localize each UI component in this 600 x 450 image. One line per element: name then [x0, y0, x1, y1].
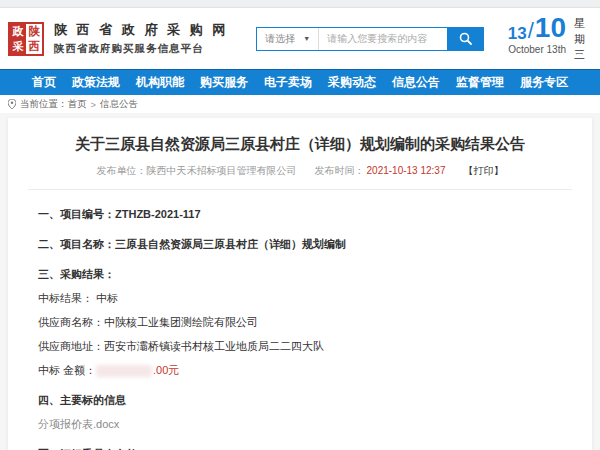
nav-item-policies[interactable]: 政策法规	[72, 74, 120, 91]
top-strip	[0, 0, 600, 8]
project-name-label: 二、项目名称：	[38, 238, 115, 250]
logo-char: 采	[10, 39, 26, 54]
supplier-name-label: 供应商名称：	[38, 316, 104, 328]
date-day: 13	[508, 25, 527, 42]
date-weekday: 星期三	[574, 16, 586, 64]
date-english: October 13th	[508, 44, 566, 55]
publisher-name: 陕西中天禾招标项目管理有限公司	[147, 165, 297, 176]
search-icon	[459, 32, 472, 45]
nav-item-news[interactable]: 采购动态	[328, 74, 376, 91]
supplier-name-value: 中陕核工业集团测绘院有限公司	[104, 316, 258, 328]
project-number-row: 一、项目编号：ZTHZB-2021-117	[38, 207, 562, 222]
publisher-label: 发布单位：	[97, 165, 147, 176]
project-number-value: ZTHZB-2021-117	[115, 208, 201, 220]
nav-item-service-zone[interactable]: 服务专区	[520, 74, 568, 91]
main-nav: 首页 政策法规 机构职能 购买服务 电子卖场 采购动态 信息公告 监督管理 服务…	[0, 69, 600, 95]
date-month: 10	[535, 14, 566, 42]
result-section-heading: 三、采购结果：	[38, 267, 562, 282]
announcement-body: 一、项目编号：ZTHZB-2021-117 二、项目名称：三原县自然资源局三原县…	[28, 207, 572, 450]
search-input[interactable]	[319, 28, 447, 50]
date-separator: /	[528, 20, 534, 42]
attachment-link[interactable]: 分项报价表.docx	[38, 417, 562, 432]
article-meta: 发布单位：陕西中天禾招标项目管理有限公司发布时间：2021-10-13 12:3…	[28, 164, 572, 178]
site-title: 陕 西 省 政 府 采 购 网	[54, 21, 228, 39]
divider	[28, 189, 572, 190]
nav-item-emall[interactable]: 电子卖场	[264, 74, 312, 91]
committee-section-heading: 五、评标委员会名单：	[38, 447, 562, 450]
date-widget: 13 / 10 October 13th 星期三	[508, 14, 590, 64]
bid-amount-row: 中标 金额：.00元	[38, 363, 562, 378]
project-number-label: 一、项目编号：	[38, 208, 115, 220]
redacted-amount	[96, 365, 152, 377]
breadcrumb-prefix: 当前位置：	[20, 98, 68, 111]
search-select-label: 请选择	[265, 32, 295, 46]
bid-amount-label: 中标 金额：	[38, 364, 96, 376]
chevron-down-icon: ▼	[303, 35, 310, 42]
logo-char: 政	[10, 24, 26, 39]
nav-item-announcements[interactable]: 信息公告	[392, 74, 440, 91]
breadcrumb-home[interactable]: 首页	[68, 98, 87, 111]
supplier-address-row: 供应商地址：西安市灞桥镇读书村核工业地质局二二四大队	[38, 339, 562, 354]
project-name-row: 二、项目名称：三原县自然资源局三原县村庄（详细）规划编制	[38, 237, 562, 252]
bid-result-label: 中标结果：	[38, 292, 93, 304]
bid-result-row: 中标结果： 中标	[38, 291, 562, 306]
publish-time: 2021-10-13 12:37	[367, 165, 446, 176]
page-background: 关于三原县自然资源局三原县村庄（详细）规划编制的采购结果公告 发布单位：陕西中天…	[0, 113, 600, 450]
location-pin-icon	[8, 99, 16, 109]
logo-char: 西	[26, 39, 42, 54]
nav-item-services[interactable]: 购买服务	[200, 74, 248, 91]
announcement-card: 关于三原县自然资源局三原县村庄（详细）规划编制的采购结果公告 发布单位：陕西中天…	[8, 118, 592, 450]
site-subtitle: 陕西省政府购买服务信息平台	[54, 42, 228, 56]
page-title: 关于三原县自然资源局三原县村庄（详细）规划编制的采购结果公告	[28, 134, 572, 154]
nav-item-functions[interactable]: 机构职能	[136, 74, 184, 91]
nav-item-home[interactable]: 首页	[32, 74, 56, 91]
subject-section-heading: 四、主要标的信息	[38, 393, 562, 408]
breadcrumb: 当前位置： 首页 > 信息公告	[0, 95, 600, 113]
logo-char: 陕	[26, 24, 42, 39]
publish-time-label: 发布时间：	[315, 165, 365, 176]
search-button[interactable]	[447, 28, 483, 50]
supplier-name-row: 供应商名称：中陕核工业集团测绘院有限公司	[38, 315, 562, 330]
supplier-address-value: 西安市灞桥镇读书村核工业地质局二二四大队	[104, 340, 324, 352]
supplier-address-label: 供应商地址：	[38, 340, 104, 352]
date-numbers: 13 / 10 October 13th	[508, 14, 566, 55]
nav-item-supervision[interactable]: 监督管理	[456, 74, 504, 91]
breadcrumb-separator: >	[91, 99, 97, 110]
bid-amount-suffix: .00元	[153, 364, 179, 376]
bid-result-value: 中标	[96, 292, 118, 304]
site-logo: 政 陕 采 西	[8, 22, 44, 56]
project-name-value: 三原县自然资源局三原县村庄（详细）规划编制	[115, 238, 346, 250]
search-bar: 请选择 ▼	[256, 27, 484, 51]
search-category-select[interactable]: 请选择 ▼	[257, 28, 319, 50]
site-header: 政 陕 采 西 陕 西 省 政 府 采 购 网 陕西省政府购买服务信息平台 请选…	[0, 8, 600, 69]
site-name-block: 陕 西 省 政 府 采 购 网 陕西省政府购买服务信息平台	[54, 21, 228, 56]
breadcrumb-current: 信息公告	[100, 98, 138, 111]
print-button[interactable]: 【打印】	[463, 165, 503, 176]
